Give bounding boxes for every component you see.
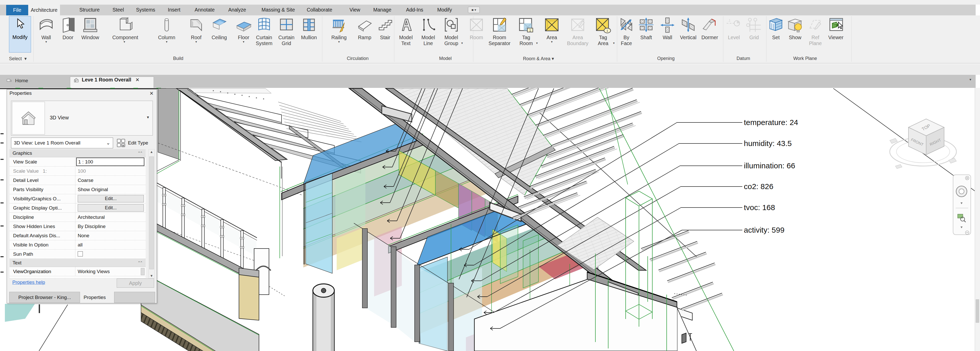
svg-text:co2: 826: co2: 826 bbox=[744, 182, 773, 191]
svg-text:activity: 599: activity: 599 bbox=[744, 226, 784, 234]
svg-text:humidity: 43.5: humidity: 43.5 bbox=[744, 139, 792, 148]
svg-text:.1: .1 bbox=[728, 19, 730, 22]
svg-text:temperature: 24: temperature: 24 bbox=[744, 118, 798, 127]
svg-text:tvoc: 168: tvoc: 168 bbox=[744, 203, 775, 211]
svg-text:illumination: 66: illumination: 66 bbox=[744, 161, 795, 170]
svg-text:1: 1 bbox=[606, 29, 608, 32]
svg-text:1: 1 bbox=[529, 29, 531, 32]
